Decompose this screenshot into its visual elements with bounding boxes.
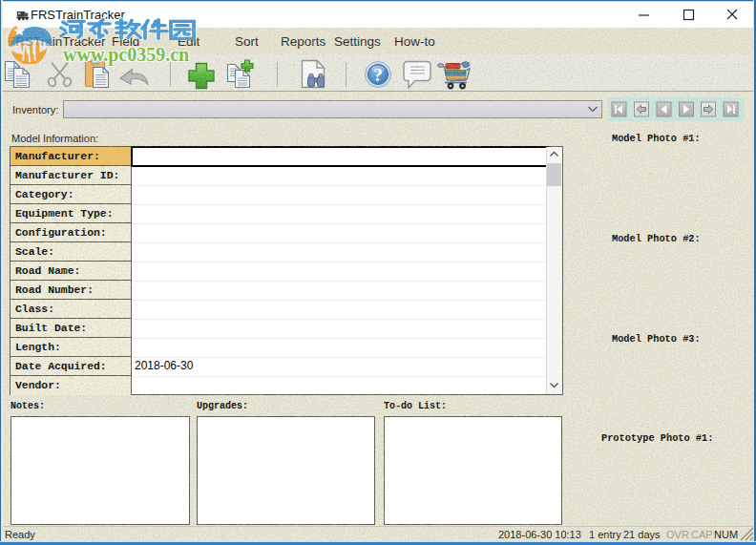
svg-text:?: ? (373, 65, 383, 85)
